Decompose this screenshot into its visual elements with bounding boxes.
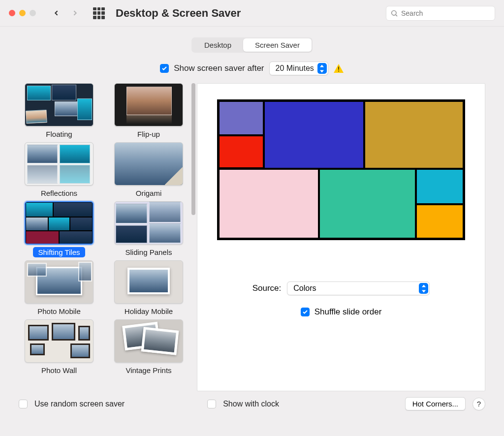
svg-rect-4 <box>338 66 339 69</box>
show-after-row: Show screen saver after 20 Minutes <box>0 60 504 83</box>
preview-pane: Source: Colors Shuffle slide order <box>197 83 485 391</box>
svg-marker-6 <box>422 284 426 287</box>
saver-floating[interactable]: Floating <box>19 83 99 139</box>
search-field[interactable] <box>386 6 495 21</box>
saver-photo-wall[interactable]: Photo Wall <box>19 319 99 375</box>
show-after-checkbox[interactable] <box>160 64 169 73</box>
shuffle-checkbox[interactable] <box>301 308 310 316</box>
show-after-select[interactable]: 20 Minutes <box>269 62 328 75</box>
svg-marker-7 <box>422 290 426 292</box>
shuffle-label: Shuffle slide order <box>315 307 382 317</box>
hot-corners-button[interactable]: Hot Corners... <box>405 397 466 410</box>
show-all-icon[interactable] <box>93 7 105 19</box>
source-select[interactable]: Colors <box>287 281 430 295</box>
toolbar: Desktop & Screen Saver <box>0 0 504 27</box>
close-icon[interactable] <box>9 10 15 16</box>
svg-point-0 <box>392 10 396 15</box>
saver-reflections[interactable]: Reflections <box>19 142 99 198</box>
screensaver-preview <box>217 99 465 240</box>
saver-holiday-mobile[interactable]: Holiday Mobile <box>108 260 189 316</box>
search-input[interactable] <box>401 9 491 17</box>
saver-photo-mobile[interactable]: Photo Mobile <box>19 260 99 316</box>
saver-flipup[interactable]: Flip-up <box>108 83 189 139</box>
stepper-icon <box>419 283 428 294</box>
tab-desktop[interactable]: Desktop <box>192 38 243 52</box>
show-after-label: Show screen saver after <box>174 63 264 73</box>
tab-bar: Desktop Screen Saver <box>0 27 504 60</box>
saver-shifting-tiles[interactable]: Shifting Tiles <box>19 201 99 257</box>
svg-rect-5 <box>338 71 339 72</box>
zoom-icon <box>30 10 36 16</box>
warning-icon <box>333 63 344 73</box>
saver-vintage-prints[interactable]: Vintage Prints <box>108 319 189 375</box>
svg-marker-2 <box>320 64 324 67</box>
search-icon <box>390 9 398 17</box>
svg-marker-3 <box>320 70 324 72</box>
screensaver-list[interactable]: Floating Flip-up Reflections <box>19 83 189 391</box>
source-label: Source: <box>252 283 282 293</box>
scrollbar[interactable] <box>191 83 196 391</box>
page-title: Desktop & Screen Saver <box>116 7 241 20</box>
show-clock-checkbox[interactable] <box>207 400 216 408</box>
saver-origami[interactable]: Origami <box>108 142 189 198</box>
minimize-icon[interactable] <box>19 10 26 16</box>
stepper-icon <box>317 63 327 74</box>
window-controls <box>9 10 36 16</box>
help-button[interactable]: ? <box>472 398 485 410</box>
forward-button[interactable] <box>67 6 82 21</box>
show-clock-label: Show with clock <box>223 400 279 408</box>
back-button[interactable] <box>49 6 63 21</box>
svg-line-1 <box>396 15 397 16</box>
random-saver-label: Use random screen saver <box>34 400 125 408</box>
saver-sliding-panels[interactable]: Sliding Panels <box>108 201 189 257</box>
tab-screensaver[interactable]: Screen Saver <box>243 38 312 52</box>
random-saver-checkbox[interactable] <box>19 400 28 408</box>
